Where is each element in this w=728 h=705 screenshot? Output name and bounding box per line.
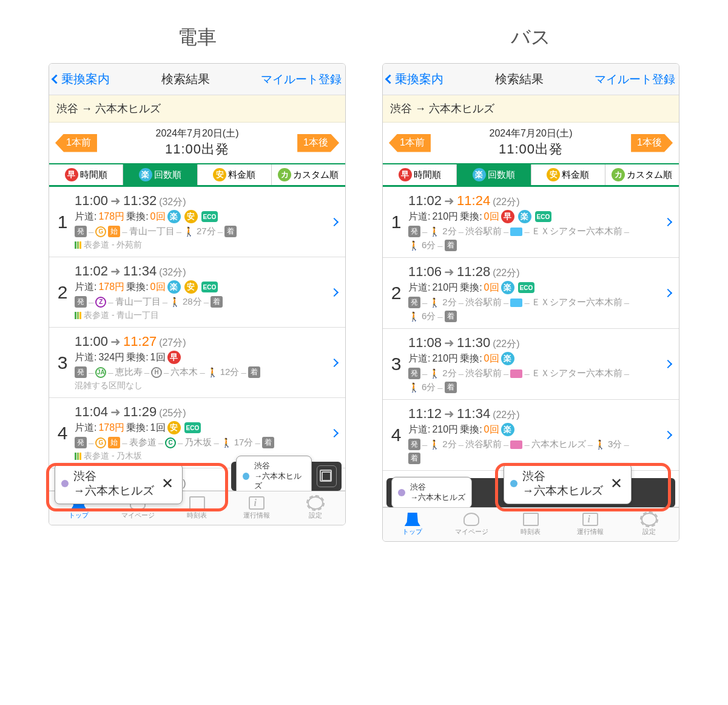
chevron-left-icon — [52, 75, 61, 84]
save-route-button[interactable]: マイルート登録 — [595, 72, 675, 87]
phone-train: 乗換案内 検索結果 マイルート登録 渋谷 → 六本木ヒルズ 1本前 2024年7… — [49, 63, 346, 525]
dot-icon — [510, 480, 517, 487]
doc-icon — [189, 496, 205, 510]
sort-fare[interactable]: 安料金順 — [198, 164, 272, 185]
result-number: 4 — [50, 404, 75, 462]
result-number: 3 — [384, 335, 408, 393]
navbar: 乗換案内 検索結果 マイルート登録 — [49, 64, 345, 95]
sort-tabs: 早時間順 楽回数順 安料金順 カカスタム順 — [49, 163, 345, 187]
result-number: 3 — [50, 334, 75, 391]
result-number: 4 — [384, 406, 408, 464]
result-number: 1 — [384, 193, 408, 251]
search-date: 2024年7月20日(土) — [431, 127, 631, 140]
route-summary: 渋谷 → 六本木ヒルズ — [383, 95, 679, 123]
tab-top[interactable]: トップ — [383, 508, 442, 541]
close-icon[interactable]: ✕ — [608, 475, 625, 492]
time-selector: 1本前 2024年7月20日(土) 11:00出発 1本後 — [383, 123, 679, 163]
chevron-right-icon — [664, 431, 672, 439]
info-icon — [582, 513, 598, 526]
route-chip-big[interactable]: 渋谷→六本木ヒルズ ✕ — [504, 464, 632, 504]
route-chip-small[interactable]: 渋谷→六本木ヒルズ — [391, 477, 472, 508]
tab-timetable[interactable]: 時刻表 — [501, 508, 561, 541]
result-number: 2 — [384, 264, 408, 322]
tab-mypage[interactable]: マイページ — [442, 508, 502, 541]
search-time: 11:00出発 — [97, 140, 297, 158]
tab-service[interactable]: 運行情報 — [227, 491, 286, 525]
search-date: 2024年7月20日(土) — [97, 127, 297, 140]
tab-settings[interactable]: 設定 — [286, 491, 345, 525]
column-title-train: 電車 — [49, 24, 346, 51]
result-item[interactable]: 4 11:12➜11:34(22分) 片道:210円 乗換:0回 楽 発–🚶2分… — [383, 400, 679, 471]
sort-transfers[interactable]: 楽回数順 — [123, 164, 197, 185]
train-column: 電車 乗換案内 検索結果 マイルート登録 渋谷 → 六本木ヒルズ 1本前 202… — [49, 24, 346, 542]
prev-train-button[interactable]: 1本前 — [55, 134, 97, 152]
back-button[interactable]: 乗換案内 — [53, 71, 110, 87]
route-chip-big[interactable]: 渋谷→六本木ヒルズ ✕ — [55, 464, 183, 504]
back-button[interactable]: 乗換案内 — [386, 71, 443, 87]
result-list: 1 11:02➜11:24(22分) 片道:210円 乗換:0回 早楽ECO 発… — [383, 187, 679, 471]
bus-column: バス 乗換案内 検索結果 マイルート登録 渋谷 → 六本木ヒルズ 1本前 202… — [382, 24, 679, 542]
time-selector: 1本前 2024年7月20日(土) 11:00出発 1本後 — [49, 123, 345, 163]
result-item[interactable]: 1 11:00➜11:32(32分) 片道:178円 乗換:0回 楽安ECO 発… — [49, 187, 345, 257]
result-item[interactable]: 2 11:06➜11:28(22分) 片道:210円 乗換:0回 楽ECO 発–… — [383, 258, 679, 329]
route-summary: 渋谷 → 六本木ヒルズ — [49, 95, 345, 123]
copy-button[interactable] — [317, 465, 337, 487]
page-title: 検索結果 — [110, 71, 261, 87]
result-item[interactable]: 2 11:02➜11:34(32分) 片道:178円 乗換:0回 楽安ECO 発… — [49, 257, 345, 328]
chevron-right-icon — [664, 218, 672, 226]
tab-bar: トップ マイページ 時刻表 運行情報 設定 — [383, 507, 679, 541]
result-list: 1 11:00➜11:32(32分) 片道:178円 乗換:0回 楽安ECO 発… — [49, 187, 345, 468]
chevron-left-icon — [385, 75, 395, 84]
user-icon — [463, 513, 479, 526]
page-title: 検索結果 — [443, 71, 595, 87]
sort-time[interactable]: 早時間順 — [383, 164, 457, 185]
tab-settings[interactable]: 設定 — [619, 508, 679, 541]
chevron-right-icon — [330, 217, 339, 226]
sort-time[interactable]: 早時間順 — [49, 164, 123, 185]
info-icon — [249, 496, 265, 510]
chevron-right-icon — [664, 360, 672, 368]
save-route-button[interactable]: マイルート登録 — [261, 72, 342, 87]
sort-tabs: 早時間順 楽回数順 安料金順 カカスタム順 — [383, 163, 679, 187]
gear-icon — [641, 513, 657, 526]
doc-icon — [523, 513, 539, 526]
copy-icon — [322, 471, 331, 481]
result-item[interactable]: 3 11:00➜11:27(27分) 片道:324円 乗換:1回 早 発–JA–… — [49, 328, 345, 398]
column-title-bus: バス — [382, 24, 679, 51]
result-item[interactable]: 3 11:08➜11:30(22分) 片道:210円 乗換:0回 楽 発–🚶2分… — [383, 329, 679, 400]
next-train-button[interactable]: 1本後 — [297, 134, 339, 152]
close-icon[interactable]: ✕ — [159, 475, 176, 492]
prev-bus-button[interactable]: 1本前 — [389, 134, 431, 152]
result-item[interactable]: 1 11:02➜11:24(22分) 片道:210円 乗換:0回 早楽ECO 発… — [383, 187, 679, 258]
train-icon — [405, 513, 420, 526]
chevron-right-icon — [330, 428, 339, 437]
gear-icon — [308, 496, 323, 510]
chevron-right-icon — [664, 289, 672, 297]
next-bus-button[interactable]: 1本後 — [631, 134, 673, 152]
chevron-right-icon — [330, 358, 339, 366]
sort-custom[interactable]: カカスタム順 — [272, 164, 345, 185]
dot-icon — [398, 489, 405, 496]
result-number: 2 — [50, 263, 75, 321]
tab-service[interactable]: 運行情報 — [561, 508, 620, 541]
dot-icon — [61, 480, 69, 487]
sort-custom[interactable]: カカスタム順 — [605, 164, 679, 185]
chevron-right-icon — [330, 288, 339, 296]
sort-fare[interactable]: 安料金順 — [531, 164, 605, 185]
dot-icon — [243, 473, 249, 480]
navbar: 乗換案内 検索結果 マイルート登録 — [383, 64, 679, 95]
sort-transfers[interactable]: 楽回数順 — [457, 164, 531, 185]
search-time: 11:00出発 — [431, 140, 631, 158]
floating-tab-bar: 渋谷→六本木ヒルズ — [231, 462, 342, 491]
result-number: 1 — [50, 193, 75, 251]
